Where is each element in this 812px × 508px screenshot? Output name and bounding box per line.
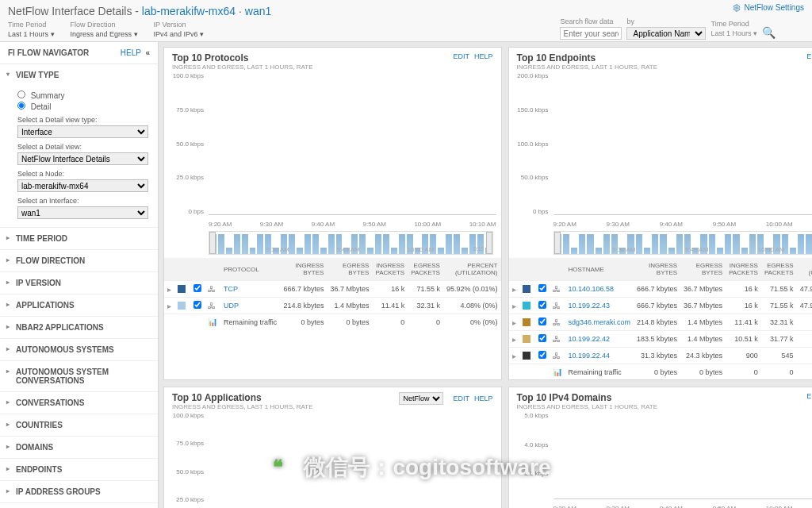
row-link[interactable]: sdg346.meraki.com [569,318,631,326]
panel-subtitle: INGRESS AND EGRESS, LAST 1 HOURS, RATE [172,403,313,410]
dashboard-grid: Top 10 ProtocolsINGRESS AND EGRESS, LAST… [159,42,812,508]
section-applications[interactable]: APPLICATIONS [0,294,158,316]
range-handle-left[interactable] [209,232,216,254]
filter-flow-direction[interactable]: Flow DirectionIngress and Egress ▾ [71,21,138,38]
panel-subtitle: INGRESS AND EGRESS, LAST 1 HOURS, RATE [172,64,313,71]
table-row[interactable]: ▸🖧sdg346.meraki.com214.8 kbytes1.4 Mbyte… [509,314,813,331]
row-link[interactable]: 10.199.22.44 [569,352,611,360]
series-checkbox[interactable] [193,284,201,292]
section-ip-version[interactable]: IP VERSION [0,272,158,294]
host-icon: 🖧 [553,335,561,344]
section-ip-address-groups[interactable]: IP ADDRESS GROUPS [0,481,158,502]
section-view-type[interactable]: VIEW TYPE [0,64,158,86]
search-input[interactable] [560,27,622,40]
row-link[interactable]: 10.199.22.42 [569,335,611,343]
chart-applications: 100.0 kbps75.0 kbps50.0 kbps25.0 kbps0 b… [164,412,501,508]
barchart-icon: 📊 [208,318,217,326]
table-row[interactable]: ▸🖧10.199.22.4431.3 kbytes24.3 kbytes9005… [509,348,813,364]
help-link[interactable]: HELP [474,394,493,402]
section-countries[interactable]: COUNTRIES [0,414,158,436]
row-link[interactable]: 10.199.22.43 [569,302,611,310]
expand-icon[interactable]: ▸ [512,318,516,327]
header-bar: NetFlow Interface Details - lab-merakifw… [0,0,812,42]
edit-link[interactable]: EDIT [453,52,469,60]
chart-domains: 5.0 kbps4.0 kbps3.0 kbps9:20 AM9:30 AM9:… [509,412,813,508]
row-link[interactable]: UDP [224,302,239,310]
series-checkbox[interactable] [538,301,546,309]
table-row[interactable]: ▸🖧10.199.22.42183.5 kbytes1.4 Mbytes10.5… [509,331,813,348]
label-node: Select a Node: [17,170,148,178]
expand-icon[interactable]: ▸ [512,352,516,360]
series-checkbox[interactable] [538,351,546,359]
panel-title: Top 10 Protocols [172,52,313,64]
search-by-label: by [626,17,706,25]
series-swatch [523,352,530,360]
device-link[interactable]: lab-merakifw-mx64 [142,5,236,17]
section-ip-address-group-conversations[interactable]: IP ADDRESS GROUP CONVERSATIONS [0,503,158,508]
search-area: Search flow data by Application Name Tim… [560,17,776,40]
series-swatch [523,302,530,310]
label-detail-view: Select a Detail view: [17,143,148,151]
row-link[interactable]: 10.140.106.58 [569,285,615,293]
series-checkbox[interactable] [538,284,546,292]
svg-point-0 [735,7,737,10]
nav-title: FI FLOW NAVIGATOR [8,48,89,57]
search-icon[interactable]: 🔍 [762,26,776,39]
range-slider-endpoints[interactable]: 9:30 AM9:45 AM10:00 AM0:15A [553,231,813,255]
series-checkbox[interactable] [193,301,201,309]
help-link[interactable]: HELP [474,52,493,60]
table-row[interactable]: 📊Remaining traffic0 bytes0 bytes000% (0%… [164,314,501,330]
filter-ip-version[interactable]: IP VersionIPv4 and IPv6 ▾ [154,21,205,38]
nav-help-link[interactable]: HELP [121,48,141,57]
radio-summary[interactable]: Summary [17,90,148,100]
filter-time-period[interactable]: Time PeriodLast 1 Hours ▾ [8,21,55,38]
host-icon: 🖧 [553,285,561,294]
edit-link[interactable]: EDIT [806,392,812,400]
iface-link[interactable]: wan1 [245,5,271,17]
expand-icon[interactable]: ▸ [167,302,171,310]
chart-endpoints: 200.0 kbps150.0 kbps100.0 kbps50.0 kbps0… [509,72,813,231]
source-select[interactable]: NetFlow [399,392,443,405]
collapse-icon[interactable]: « [145,48,150,57]
section-time-period[interactable]: TIME PERIOD [0,228,158,249]
section-domains[interactable]: DOMAINS [0,437,158,458]
series-swatch [523,335,530,343]
table-protocols: PROTOCOLINGRESSBYTESEGRESSBYTESINGRESSPA… [164,258,501,329]
section-endpoints[interactable]: ENDPOINTS [0,459,158,480]
table-row[interactable]: ▸🖧10.140.106.58666.7 kbytes36.7 Mbytes16… [509,281,813,298]
range-slider-protocols[interactable]: 9:30 AM9:45 AM10:00 AM0:15A [209,231,493,255]
series-checkbox[interactable] [538,334,546,342]
row-link[interactable]: TCP [224,285,238,293]
panel-title: Top 10 IPv4 Domains [517,392,658,403]
table-row[interactable]: 📊Remaining traffic0 bytes0 bytes000% (0%… [509,364,813,380]
expand-icon[interactable]: ▸ [512,285,516,294]
series-swatch [523,318,530,326]
expand-icon[interactable]: ▸ [167,285,171,294]
section-autonomous-systems[interactable]: AUTONOMOUS SYSTEMS [0,339,158,360]
select-interface[interactable]: wan1 [17,206,148,219]
range-handle-right[interactable] [486,232,492,254]
select-detail-view[interactable]: NetFlow Interface Details [17,152,148,165]
series-swatch [523,285,530,293]
range-handle-left[interactable] [554,232,561,254]
expand-icon[interactable]: ▸ [512,302,516,310]
edit-link[interactable]: EDIT [453,394,469,402]
netflow-settings-link[interactable]: NetFlow Settings [733,3,804,12]
search-time-value[interactable]: Last 1 Hours ▾ [710,29,757,37]
expand-icon[interactable]: ▸ [512,335,516,344]
table-row[interactable]: ▸🖧UDP214.8 kbytes1.4 Mbytes11.41 k32.31 … [164,298,501,314]
section-conversations[interactable]: CONVERSATIONS [0,392,158,414]
radio-detail[interactable]: Detail [17,102,148,111]
select-detail-view-type[interactable]: Interface [17,125,148,138]
series-checkbox[interactable] [538,318,546,325]
search-by-select[interactable]: Application Name [626,27,706,40]
section-flow-direction[interactable]: FLOW DIRECTION [0,250,158,271]
select-node[interactable]: lab-merakifw-mx64 [17,179,148,192]
table-row[interactable]: ▸🖧TCP666.7 kbytes36.7 Mbytes16 k71.55 k9… [164,281,501,298]
edit-link[interactable]: EDIT [806,52,812,60]
section-autonomous-system-conversations[interactable]: AUTONOMOUS SYSTEM CONVERSATIONS [0,361,158,391]
table-row[interactable]: ▸🖧10.199.22.43666.7 kbytes36.7 Mbytes16 … [509,298,813,314]
section-nbar2-applications[interactable]: NBAR2 APPLICATIONS [0,317,158,338]
label-interface: Select an Interface: [17,197,148,205]
panel-endpoints: Top 10 EndpointsINGRESS AND EGRESS, LAST… [508,47,813,380]
